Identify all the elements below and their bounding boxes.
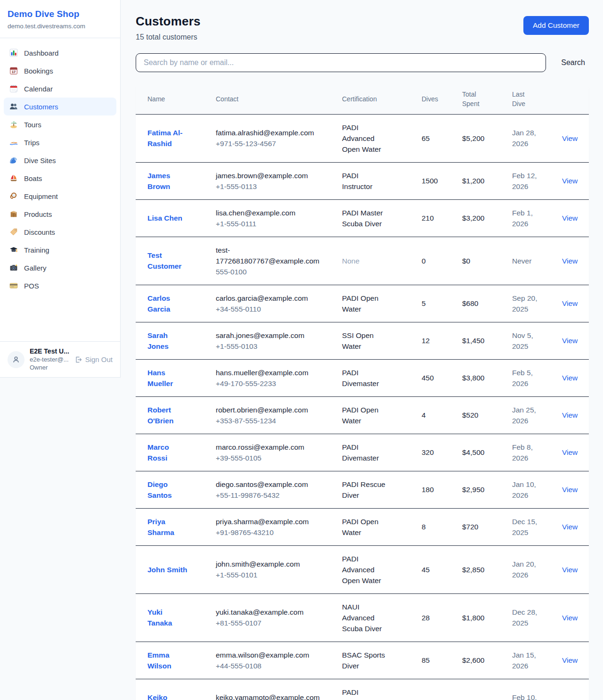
table-header-row: NameContactCertificationDivesTotal Spent… (136, 84, 589, 114)
sidebar-item-equipment[interactable]: Equipment (4, 187, 116, 205)
user-icon (12, 355, 20, 364)
view-link[interactable]: View (562, 486, 578, 494)
sidebar-item-dive-sites[interactable]: Dive Sites (4, 151, 116, 169)
customer-phone: 555-0100 (216, 266, 324, 277)
sidebar-item-label: Trips (24, 139, 40, 147)
sidebar-item-label: Products (24, 210, 52, 218)
view-link[interactable]: View (562, 523, 578, 531)
customer-total-spent: $680 (450, 285, 500, 322)
sidebar-item-products[interactable]: Products (4, 205, 116, 223)
view-link[interactable]: View (562, 411, 578, 419)
customer-last-dive: Sep 20, 2025 (512, 294, 537, 313)
customer-dives: 1500 (410, 162, 450, 199)
sidebar-item-pos[interactable]: POS (4, 277, 116, 295)
view-link[interactable]: View (562, 448, 578, 456)
dashboard-icon (9, 49, 18, 57)
sidebar: Demo Dive Shop demo.test.divestreams.com… (0, 0, 121, 378)
customer-dives: 5 (410, 285, 450, 322)
table-row: Sarah Jones sarah.jones@example.com +1-5… (136, 322, 589, 359)
customer-last-dive: Feb 8, 2026 (512, 443, 533, 462)
customer-name-link[interactable]: John Smith (147, 566, 187, 574)
search-button[interactable]: Search (557, 56, 589, 70)
view-link[interactable]: View (562, 299, 578, 307)
customer-name-link[interactable]: James Brown (147, 172, 170, 190)
customer-last-dive: Nov 5, 2025 (512, 331, 533, 350)
customer-email: test-1772681807767@example.com (216, 245, 324, 266)
sidebar-item-tours[interactable]: Tours (4, 115, 116, 133)
view-link[interactable]: View (562, 374, 578, 382)
view-link[interactable]: View (562, 337, 578, 345)
sidebar-item-training[interactable]: Training (4, 241, 116, 259)
view-link[interactable]: View (562, 614, 578, 622)
customer-total-spent: $2,100 (450, 679, 500, 700)
sidebar-item-boats[interactable]: Boats (4, 169, 116, 187)
column-header-last-dive: Last Dive (500, 84, 550, 114)
sidebar-item-label: Gallery (24, 264, 47, 272)
sidebar-item-label: Discounts (24, 228, 55, 236)
add-customer-button[interactable]: Add Customer (523, 16, 589, 35)
table-row: Keiko Yamamoto keiko.yamamoto@example.co… (136, 679, 589, 700)
customer-certification: PADI Divemaster (342, 367, 389, 389)
customer-name-link[interactable]: Sarah Jones (147, 331, 169, 350)
view-link[interactable]: View (562, 257, 578, 265)
view-link[interactable]: View (562, 566, 578, 574)
sidebar-item-label: Customers (24, 103, 58, 111)
sidebar-item-customers[interactable]: Customers (4, 98, 116, 115)
customer-name-link[interactable]: Lisa Chen (147, 214, 182, 222)
column-header-total-spent: Total Spent (450, 84, 500, 114)
sidebar-item-label: Calendar (24, 85, 53, 93)
sidebar-item-label: Bookings (24, 67, 53, 75)
customer-certification: PADI Advanced Open Water (342, 687, 389, 700)
calendar-icon (9, 84, 18, 93)
customer-name-link[interactable]: Robert O'Brien (147, 406, 173, 425)
customer-name-link[interactable]: Test Customer (147, 251, 181, 270)
customer-name-link[interactable]: Fatima Al-Rashid (147, 129, 182, 148)
sidebar-item-discounts[interactable]: Discounts (4, 223, 116, 241)
customer-name-link[interactable]: Marco Rossi (147, 443, 169, 462)
customer-phone: +34-555-0110 (216, 304, 324, 314)
customer-name-link[interactable]: Diego Santos (147, 480, 172, 499)
customer-total-spent: $5,200 (450, 114, 500, 162)
sidebar-item-bookings[interactable]: 17 Bookings (4, 62, 116, 80)
sign-out-button[interactable]: Sign Out (74, 355, 113, 363)
customer-certification: SSI Open Water (342, 330, 389, 352)
view-link[interactable]: View (562, 134, 578, 142)
table-row: Lisa Chen lisa.chen@example.com +1-555-0… (136, 199, 589, 237)
search-input[interactable] (136, 53, 546, 72)
customer-email: emma.wilson@example.com (216, 650, 324, 660)
customer-email: james.brown@example.com (216, 170, 324, 181)
table-row: Test Customer test-1772681807767@example… (136, 237, 589, 285)
customer-dives: 45 (410, 545, 450, 593)
sidebar-item-gallery[interactable]: Gallery (4, 259, 116, 277)
user-name: E2E Test U... (30, 347, 69, 355)
column-header-name: Name (136, 84, 204, 114)
customer-last-dive: Dec 28, 2025 (512, 608, 537, 627)
main-content: Customers 15 total customers Add Custome… (121, 0, 603, 700)
customer-name-link[interactable]: Emma Wilson (147, 651, 171, 670)
sidebar-item-dashboard[interactable]: Dashboard (4, 44, 116, 62)
customer-name-link[interactable]: Keiko Yamamoto (147, 693, 184, 700)
discounts-icon (9, 228, 18, 236)
customer-dives: 28 (410, 593, 450, 642)
customer-name-link[interactable]: Priya Sharma (147, 518, 174, 536)
page-title: Customers (136, 14, 201, 29)
view-link[interactable]: View (562, 214, 578, 222)
customer-email: lisa.chen@example.com (216, 207, 324, 218)
sign-out-icon (74, 356, 82, 363)
sidebar-item-calendar[interactable]: Calendar (4, 80, 116, 98)
view-link[interactable]: View (562, 177, 578, 185)
customer-total-spent: $0 (450, 237, 500, 285)
customer-name-link[interactable]: Yuki Tanaka (147, 608, 172, 627)
customer-last-dive: Jan 15, 2026 (512, 651, 536, 670)
sidebar-item-trips[interactable]: Trips (4, 133, 116, 151)
table-row: Fatima Al-Rashid fatima.alrashid@example… (136, 114, 589, 162)
view-link[interactable]: View (562, 656, 578, 664)
customer-name-link[interactable]: Carlos Garcia (147, 294, 170, 313)
sidebar-item-label: Training (24, 246, 49, 254)
user-info: E2E Test U... e2e-tester@... Owner (30, 347, 69, 371)
page-header: Customers 15 total customers Add Custome… (136, 14, 589, 41)
customer-name-link[interactable]: Hans Mueller (147, 369, 173, 387)
customer-phone: +91-98765-43210 (216, 527, 324, 538)
table-row: John Smith john.smith@example.com +1-555… (136, 545, 589, 593)
customer-phone: +49-170-555-2233 (216, 378, 324, 389)
